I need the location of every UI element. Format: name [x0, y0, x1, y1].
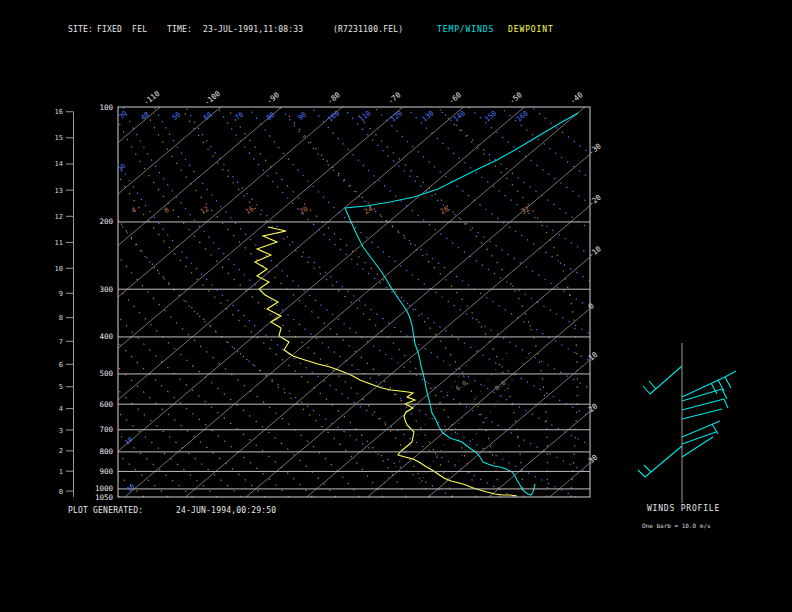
svg-text:100: 100	[326, 109, 341, 123]
footer-value: 24-JUN-1994,00:29:50	[176, 506, 276, 515]
svg-text:4: 4	[130, 206, 138, 215]
svg-text:8: 8	[163, 206, 171, 215]
svg-text:1: 1	[59, 468, 63, 476]
plot-frame	[118, 107, 590, 497]
svg-text:60: 60	[202, 111, 214, 122]
svg-text:-50: -50	[508, 90, 525, 106]
svg-text:13: 13	[55, 187, 63, 195]
svg-text:0: 0	[587, 301, 596, 311]
svg-text:5: 5	[59, 383, 63, 391]
svg-text:160: 160	[515, 109, 530, 123]
svg-text:90: 90	[297, 111, 309, 122]
svg-text:14: 14	[55, 160, 63, 168]
svg-text:-20: -20	[587, 192, 604, 208]
svg-text:12: 12	[55, 213, 63, 221]
svg-text:16: 16	[244, 205, 255, 216]
svg-text:8: 8	[59, 314, 63, 322]
svg-text:700: 700	[99, 425, 113, 434]
svg-text:-90: -90	[265, 90, 282, 106]
svg-text:16: 16	[55, 108, 63, 116]
svg-text:300: 300	[99, 285, 113, 294]
svg-text:600: 600	[99, 400, 113, 409]
svg-text:-60: -60	[447, 90, 464, 106]
svg-text:40: 40	[139, 111, 151, 122]
svg-text:500: 500	[99, 369, 113, 378]
svg-text:-70: -70	[386, 90, 403, 106]
svg-text:28: 28	[439, 205, 450, 216]
svg-text:100: 100	[99, 103, 113, 112]
svg-text:20: 20	[298, 205, 309, 216]
svg-text:6.0: 6.0	[454, 379, 468, 393]
svg-text:-10: -10	[587, 244, 604, 260]
svg-text:140: 140	[452, 109, 467, 123]
svg-text:4: 4	[59, 405, 63, 413]
svg-text:200: 200	[99, 217, 113, 226]
svg-text:9: 9	[59, 290, 63, 298]
svg-text:-80: -80	[326, 90, 343, 106]
winds-profile-legend: One barb = 10.0 m/s	[642, 521, 711, 530]
svg-text:50: 50	[171, 111, 183, 122]
svg-text:15: 15	[55, 134, 63, 142]
footer-label: PLOT GENERATED:	[68, 506, 143, 515]
svg-text:150: 150	[484, 109, 499, 123]
svg-text:12: 12	[199, 205, 210, 216]
winds-profile-title: WINDS PROFILE	[647, 504, 720, 513]
svg-text:110: 110	[358, 109, 373, 123]
svg-text:2: 2	[59, 447, 63, 455]
svg-text:400: 400	[99, 332, 113, 341]
winds-profile-panel	[638, 343, 736, 503]
svg-text:7: 7	[59, 338, 63, 346]
svg-text:-40: -40	[568, 90, 585, 106]
svg-text:11: 11	[55, 239, 63, 247]
svg-text:900: 900	[99, 467, 113, 476]
svg-text:-100: -100	[202, 89, 222, 108]
svg-text:-30: -30	[587, 141, 604, 157]
svg-text:3: 3	[59, 427, 63, 435]
sounding-screen: SITE: FIXED FEL TIME: 23-JUL-1991,11:08:…	[0, 0, 792, 612]
svg-text:10: 10	[55, 265, 63, 273]
svg-text:120: 120	[389, 109, 404, 123]
svg-text:30: 30	[117, 109, 128, 120]
svg-text:1050: 1050	[95, 493, 114, 502]
svg-text:10: 10	[125, 482, 136, 493]
svg-text:6: 6	[59, 361, 63, 369]
svg-text:0: 0	[59, 488, 63, 496]
svg-text:-110: -110	[142, 89, 162, 108]
svg-text:130: 130	[421, 109, 436, 123]
svg-text:32: 32	[520, 205, 531, 216]
svg-text:800: 800	[99, 447, 113, 456]
